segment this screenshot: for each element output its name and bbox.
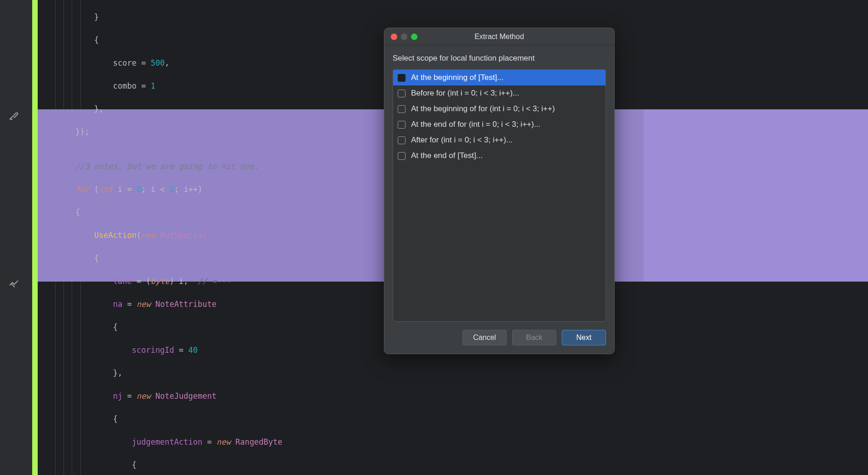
gutter-bg: [28, 0, 32, 475]
tool-window-strip: [0, 0, 28, 475]
build-icon[interactable]: [8, 277, 19, 288]
brush-icon[interactable]: [8, 110, 19, 121]
vcs-change-marker: [32, 0, 38, 475]
scope-option-label: At the end of [Test]...: [411, 151, 483, 160]
checkbox-icon[interactable]: [398, 152, 405, 160]
